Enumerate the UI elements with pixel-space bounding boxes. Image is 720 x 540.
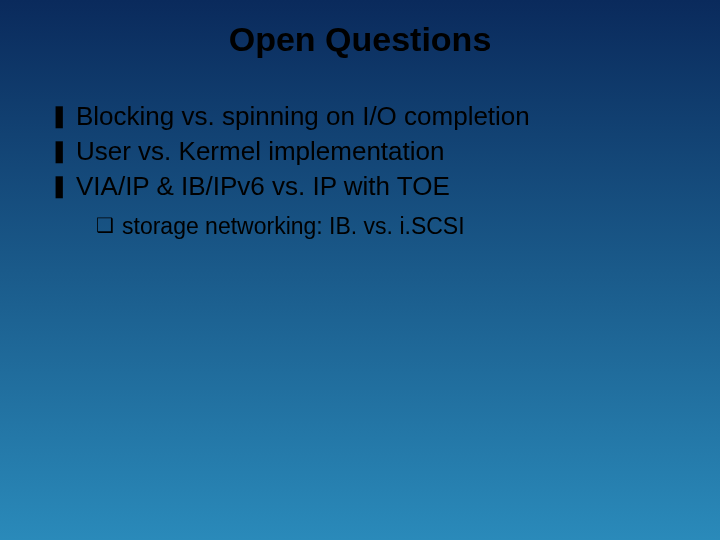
bullet-item: ❚ VIA/IP & IB/IPv6 vs. IP with TOE [50,169,670,204]
slide-title: Open Questions [50,20,670,59]
sub-bullet-item: ❑ storage networking: IB. vs. i.SCSI [96,210,670,242]
bullet-item: ❚ User vs. Kermel implementation [50,134,670,169]
sub-bullet-text: storage networking: IB. vs. i.SCSI [122,210,465,242]
sub-bullet-glyph-icon: ❑ [96,210,122,240]
bullet-text: VIA/IP & IB/IPv6 vs. IP with TOE [76,169,450,204]
bullet-glyph-icon: ❚ [50,134,76,167]
slide: Open Questions ❚ Blocking vs. spinning o… [0,0,720,540]
sub-bullet-list: ❑ storage networking: IB. vs. i.SCSI [50,210,670,242]
bullet-item: ❚ Blocking vs. spinning on I/O completio… [50,99,670,134]
bullet-glyph-icon: ❚ [50,169,76,202]
bullet-text: User vs. Kermel implementation [76,134,444,169]
bullet-glyph-icon: ❚ [50,99,76,132]
bullet-list: ❚ Blocking vs. spinning on I/O completio… [50,99,670,204]
bullet-text: Blocking vs. spinning on I/O completion [76,99,530,134]
